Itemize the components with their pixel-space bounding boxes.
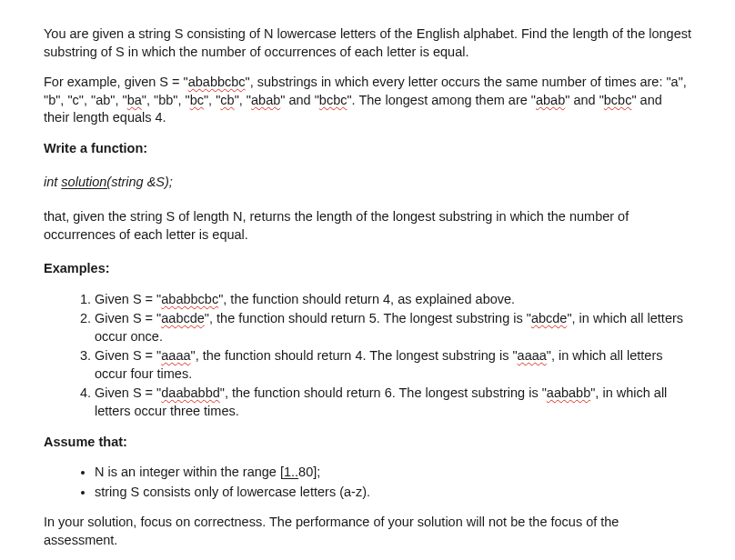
footer-note: In your solution, focus on correctness. …: [44, 514, 691, 549]
text: N is an integer within the range [: [95, 465, 284, 479]
text: Given S = ": [95, 385, 161, 400]
spellcheck-word: cb: [220, 93, 234, 107]
text: Given S = ": [95, 311, 161, 325]
example-item-1: Given S = "ababbcbc", the function shoul…: [95, 291, 691, 309]
text: ". The longest among them are ": [347, 93, 536, 107]
text: Given S = ": [95, 292, 161, 306]
spellcheck-word: ababbcbc: [161, 292, 218, 306]
spellcheck-word: aaaa: [161, 348, 190, 363]
text: ", the function should return 4. The lon…: [191, 348, 518, 363]
underlined-range: 1..: [284, 465, 298, 479]
spellcheck-word: bcbc: [319, 93, 347, 107]
spellcheck-word: aaaa: [518, 348, 547, 363]
sig-name: solution(: [61, 175, 111, 189]
text: " and ": [565, 93, 604, 107]
assumption-item-1: N is an integer within the range [1..80]…: [95, 464, 691, 482]
spellcheck-word: abcde: [531, 311, 568, 325]
spellcheck-word: daababbd: [161, 385, 220, 400]
text: For example, given S = ": [44, 75, 188, 89]
text: 80];: [298, 465, 320, 479]
text: ", the function should return 4, as expl…: [218, 292, 515, 306]
spellcheck-word: ababbcbc: [188, 75, 246, 89]
examples-heading: Examples:: [44, 260, 691, 278]
text: " and ": [280, 93, 319, 107]
spellcheck-word: abab: [536, 93, 565, 107]
text: ", ": [204, 93, 220, 107]
example-item-2: Given S = "aabcde", the function should …: [95, 310, 691, 345]
text: ", ": [235, 93, 251, 107]
text: Given S = ": [95, 348, 161, 363]
assumptions-list: N is an integer within the range [1..80]…: [44, 464, 691, 501]
text: ", "bb", ": [142, 93, 190, 107]
text: ", the function should return 5. The lon…: [205, 311, 531, 325]
examples-list: Given S = "ababbcbc", the function shoul…: [44, 291, 691, 421]
assumption-item-2: string S consists only of lowercase lett…: [95, 484, 691, 502]
function-signature: int solution(string &S);: [44, 174, 691, 192]
sig-args: string &S);: [111, 175, 173, 189]
write-function-heading: Write a function:: [44, 140, 691, 158]
intro-paragraph-1: You are given a string S consisting of N…: [44, 25, 691, 61]
spellcheck-word: bcbc: [604, 93, 632, 107]
example-item-3: Given S = "aaaa", the function should re…: [95, 347, 691, 383]
spellcheck-word: ba: [127, 93, 142, 107]
assume-heading: Assume that:: [44, 434, 691, 452]
spellcheck-word: bc: [190, 93, 204, 107]
function-description: that, given the string S of length N, re…: [44, 208, 691, 244]
sig-return-type: int: [44, 175, 61, 189]
text: ", the function should return 6. The lon…: [220, 385, 547, 400]
spellcheck-word: aabcde: [161, 311, 205, 325]
intro-paragraph-2: For example, given S = "ababbcbc", subst…: [44, 74, 691, 127]
example-item-4: Given S = "daababbd", the function shoul…: [95, 385, 691, 420]
spellcheck-word: aababb: [547, 385, 590, 400]
spellcheck-word: abab: [251, 93, 280, 107]
